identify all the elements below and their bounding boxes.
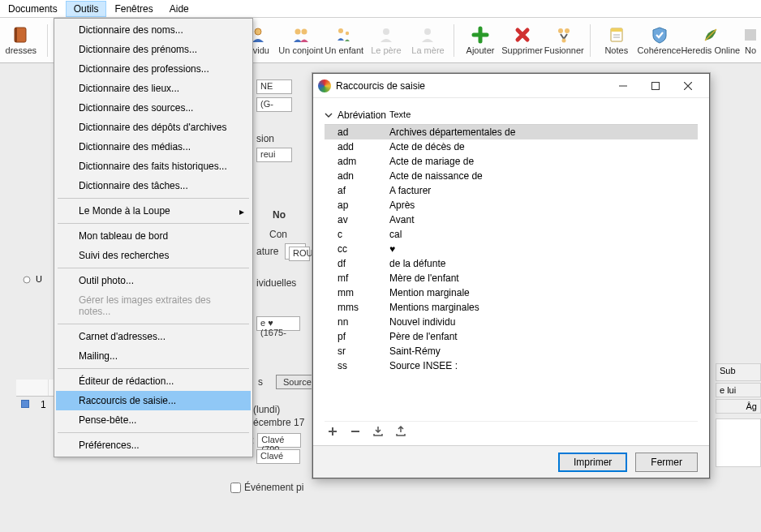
grid-row[interactable]: addActe de décès de: [325, 139, 698, 154]
grid-row[interactable]: nnNouvel individu: [325, 315, 698, 329]
menu-item[interactable]: Le Monde à la Loupe▸: [56, 201, 251, 221]
grid-row[interactable]: admActe de mariage de: [325, 154, 698, 169]
menu-item[interactable]: Raccourcis de saisie...: [56, 391, 251, 410]
menu-outils[interactable]: Outils: [66, 1, 107, 17]
menubar: Documents Outils Fenêtres Aide: [0, 0, 761, 18]
grid-row[interactable]: ssSource INSEE :: [325, 358, 698, 373]
grid-row[interactable]: afA facturer: [325, 183, 698, 198]
minimize-icon: [619, 82, 627, 90]
menu-documents[interactable]: Documents: [0, 1, 66, 17]
add-button[interactable]: [326, 425, 339, 438]
menu-item[interactable]: Dictionnaire des lieux...: [56, 79, 251, 98]
close-dialog-button[interactable]: Fermer: [635, 453, 698, 472]
menu-item[interactable]: Dictionnaire des dépôts d'archives: [56, 118, 251, 137]
cell-text: Saint-Rémy: [389, 345, 698, 357]
tool-ajouter[interactable]: Ajouter: [459, 18, 501, 63]
minimize-button[interactable]: [607, 75, 639, 97]
cell-text: Mentions marginales: [389, 302, 698, 313]
raccourcis-dialog: Raccourcis de saisie Abréviation Texte a…: [312, 73, 710, 478]
cell-abbrev: av: [325, 214, 389, 225]
menu-item[interactable]: Pense-bête...: [56, 410, 251, 430]
generic-icon: [742, 26, 759, 44]
menu-item[interactable]: Dictionnaire des professions...: [56, 59, 251, 79]
menu-item[interactable]: Carnet d'adresses...: [56, 327, 251, 346]
tool-coherence[interactable]: Cohérence: [638, 18, 681, 63]
rou-field[interactable]: ROU: [289, 247, 310, 261]
col-blank: [16, 380, 49, 396]
svg-rect-16: [745, 29, 756, 41]
cell-text: ♥: [389, 243, 698, 255]
menu-item[interactable]: Dictionnaire des tâches...: [56, 176, 251, 195]
cell-abbrev: nn: [325, 316, 389, 328]
merge-icon: [555, 26, 573, 44]
ne-field[interactable]: NE: [256, 79, 292, 94]
grid-row[interactable]: mmsMentions marginales: [325, 300, 698, 315]
menu-item[interactable]: Préférences...: [56, 435, 251, 455]
father-icon: [377, 26, 395, 44]
svg-point-9: [558, 28, 563, 33]
menu-item[interactable]: Outil photo...: [56, 271, 251, 290]
evenement-checkbox[interactable]: Événement pi: [230, 482, 303, 493]
grid-row[interactable]: cc♥: [325, 242, 698, 256]
col-text-header[interactable]: Texte: [389, 109, 698, 121]
grid-row[interactable]: dfde la défunte: [325, 256, 698, 271]
remove-button[interactable]: [349, 425, 362, 438]
cell-text: Avant: [389, 214, 698, 225]
tool-heredis-online[interactable]: Heredis Online: [681, 18, 740, 63]
grid-row[interactable]: apAprès: [325, 198, 698, 212]
grid-row[interactable]: mfMère de l'enfant: [325, 271, 698, 285]
tool-fusionner[interactable]: Fusionner: [543, 18, 585, 63]
clave-field[interactable]: Clavé: [256, 449, 300, 464]
menu-item[interactable]: Dictionnaire des prénoms...: [56, 40, 251, 59]
no-label: No: [273, 209, 289, 221]
grid-row[interactable]: mmMention marginale: [325, 285, 698, 300]
tool-supprimer[interactable]: Supprimer: [501, 18, 544, 63]
menu-item[interactable]: Dictionnaire des faits historiques...: [56, 157, 251, 176]
menu-item[interactable]: Dictionnaire des sources...: [56, 98, 251, 118]
print-button[interactable]: Imprimer: [558, 453, 627, 472]
menu-item[interactable]: Mon tableau de bord: [56, 226, 251, 246]
tool-label: La mère: [411, 45, 444, 55]
grid-row[interactable]: srSaint-Rémy: [325, 344, 698, 358]
menu-item[interactable]: Mailing...: [56, 346, 251, 366]
tool-trailing[interactable]: No: [740, 18, 761, 63]
svg-rect-19: [652, 82, 660, 89]
svg-point-8: [424, 28, 431, 35]
maximize-button[interactable]: [639, 75, 672, 97]
close-button[interactable]: [672, 75, 704, 97]
grid-row[interactable]: ccal: [325, 227, 698, 242]
toolbar-separator: [590, 24, 591, 57]
g-field[interactable]: (G-: [256, 97, 292, 112]
tool-label: Un conjoint: [278, 45, 323, 55]
sion-label: sion: [256, 133, 277, 144]
tool-label: Fusionner: [544, 45, 584, 55]
toolbar-separator: [454, 24, 454, 57]
lieu-field[interactable]: Clavé (790: [257, 433, 301, 448]
tool-conjoint[interactable]: Un conjoint: [278, 18, 323, 63]
grid-row[interactable]: adnActe de naissance de: [325, 169, 698, 183]
elui-stub: e lui: [716, 383, 761, 397]
menu-item[interactable]: Dictionnaire des médias...: [56, 137, 251, 157]
col-abbrev-header[interactable]: Abréviation: [325, 109, 389, 121]
reu-field[interactable]: reui: [256, 148, 292, 162]
tool-enfant[interactable]: Un enfant: [323, 18, 365, 63]
grid-row[interactable]: pfPère de l'enfant: [325, 329, 698, 344]
evenement-checkbox-input[interactable]: [230, 483, 241, 493]
export-button[interactable]: [394, 425, 407, 438]
grid-header: Abréviation Texte: [325, 106, 698, 125]
plus-icon: [471, 26, 489, 44]
tool-notes[interactable]: Notes: [595, 18, 638, 63]
menu-aide[interactable]: Aide: [161, 1, 197, 17]
import-button[interactable]: [372, 425, 385, 438]
tool-adresses[interactable]: dresses: [0, 18, 42, 63]
grid-row[interactable]: avAvant: [325, 212, 698, 227]
cell-text: A facturer: [389, 185, 698, 196]
menu-fenetres[interactable]: Fenêtres: [106, 1, 161, 17]
menu-item[interactable]: Dictionnaire des noms...: [56, 20, 251, 40]
marriage-stub-field[interactable]: e ♥ (1675-: [256, 316, 300, 331]
cell-abbrev: c: [325, 229, 389, 240]
menu-item[interactable]: Éditeur de rédaction...: [56, 371, 251, 391]
menu-item[interactable]: Suivi des recherches: [56, 246, 251, 265]
grid-row[interactable]: adArchives départementales de: [325, 125, 698, 139]
cell-text: Nouvel individu: [389, 316, 698, 328]
